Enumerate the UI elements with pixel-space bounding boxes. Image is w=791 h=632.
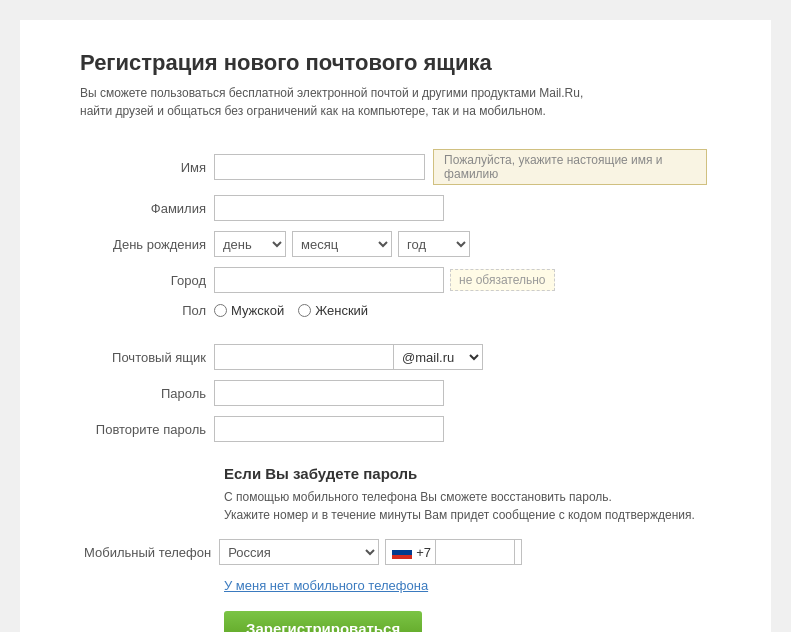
phone-row: Мобильный телефон Россия США Украина Бел… <box>80 534 711 570</box>
domain-select[interactable]: @mail.ru @inbox.ru @list.ru @bk.ru <box>394 344 483 370</box>
city-label: Город <box>80 262 210 298</box>
gender-male-option[interactable]: Мужской <box>214 303 284 318</box>
password-label: Пароль <box>80 375 210 411</box>
recovery-section: Если Вы забудете пароль С помощью мобиль… <box>80 465 711 570</box>
password2-input[interactable] <box>214 416 444 442</box>
lastname-input[interactable] <box>214 195 444 221</box>
mailbox-label: Почтовый ящик <box>80 339 210 375</box>
name-field-cell: Пожалуйста, укажите настоящие имя и фами… <box>210 144 711 190</box>
phone-number-input[interactable] <box>435 539 515 565</box>
name-input[interactable] <box>214 154 425 180</box>
dob-field-cell: день 12345 678910 1112131415 1617181920 … <box>210 226 711 262</box>
gender-female-label: Женский <box>315 303 368 318</box>
year-select[interactable]: год 2013201220112010 2005200019951990 19… <box>398 231 470 257</box>
dob-row: День рождения день 12345 678910 11121314… <box>80 226 711 262</box>
lastname-row: Фамилия <box>80 190 711 226</box>
lastname-label: Фамилия <box>80 190 210 226</box>
page-title: Регистрация нового почтового ящика <box>80 50 711 76</box>
recovery-desc: С помощью мобильного телефона Вы сможете… <box>224 488 711 524</box>
gender-female-radio[interactable] <box>298 304 311 317</box>
phone-code: +7 <box>416 545 431 560</box>
city-row: Город не обязательно <box>80 262 711 298</box>
gender-label: Пол <box>80 298 210 323</box>
gender-row: Пол Мужской Женский <box>80 298 711 323</box>
name-row: Имя Пожалуйста, укажите настоящие имя и … <box>80 144 711 190</box>
no-phone-link[interactable]: У меня нет мобильного телефона <box>224 578 428 593</box>
mailbox-field-cell: @mail.ru @inbox.ru @list.ru @bk.ru <box>210 339 711 375</box>
password2-field-cell <box>210 411 711 447</box>
mailbox-row: Почтовый ящик @mail.ru @inbox.ru @list.r… <box>80 339 711 375</box>
name-tooltip: Пожалуйста, укажите настоящие имя и фами… <box>433 149 707 185</box>
lastname-field-cell <box>210 190 711 226</box>
password-field-cell <box>210 375 711 411</box>
password-input[interactable] <box>214 380 444 406</box>
mailbox-input[interactable] <box>214 344 394 370</box>
country-select[interactable]: Россия США Украина Беларусь Казахстан <box>219 539 379 565</box>
city-field-cell: не обязательно <box>210 262 711 298</box>
month-select[interactable]: месяц ЯнварьФевральМарт АпрельМайИюнь Ию… <box>292 231 392 257</box>
phone-field-cell: Россия США Украина Беларусь Казахстан +7 <box>215 534 711 570</box>
phone-input-wrapper: +7 <box>385 539 522 565</box>
password2-label: Повторите пароль <box>80 411 210 447</box>
city-input[interactable] <box>214 267 444 293</box>
name-label: Имя <box>80 144 210 190</box>
day-select[interactable]: день 12345 678910 1112131415 1617181920 … <box>214 231 286 257</box>
page-subtitle: Вы сможете пользоваться бесплатной элект… <box>80 84 711 120</box>
register-button[interactable]: Зарегистрироваться <box>224 611 422 632</box>
password2-row: Повторите пароль <box>80 411 711 447</box>
gender-field-cell: Мужской Женский <box>210 298 711 323</box>
password-row: Пароль <box>80 375 711 411</box>
russia-flag-icon <box>392 546 412 559</box>
phone-form: Мобильный телефон Россия США Украина Бел… <box>80 534 711 570</box>
page-wrapper: Регистрация нового почтового ящика Вы см… <box>20 20 771 632</box>
registration-form: Имя Пожалуйста, укажите настоящие имя и … <box>80 144 711 447</box>
recovery-title: Если Вы забудете пароль <box>224 465 711 482</box>
gender-male-label: Мужской <box>231 303 284 318</box>
gender-male-radio[interactable] <box>214 304 227 317</box>
city-hint: не обязательно <box>450 269 555 291</box>
gender-female-option[interactable]: Женский <box>298 303 368 318</box>
phone-label: Мобильный телефон <box>80 534 215 570</box>
dob-label: День рождения <box>80 226 210 262</box>
